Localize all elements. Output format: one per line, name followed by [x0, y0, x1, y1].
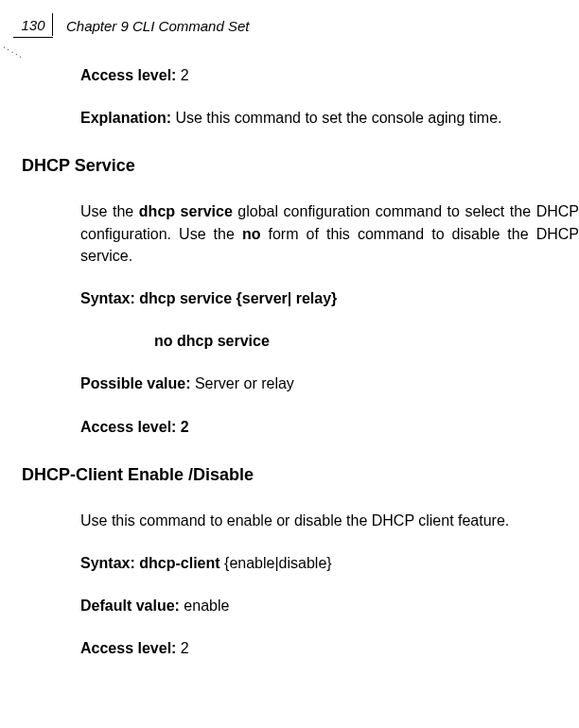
- explanation-line: Explanation: Use this command to set the…: [80, 107, 579, 129]
- syntax-label: Syntax: dhcp-client: [80, 555, 224, 571]
- default-value-line: Default value: enable: [80, 595, 579, 616]
- page-number: 130: [21, 17, 44, 33]
- syntax-line: Syntax: dhcp-client {enable|disable}: [80, 552, 579, 574]
- default-value-text: enable: [180, 598, 230, 614]
- syntax-value: no dhcp service: [154, 333, 270, 349]
- section-heading-dhcp-service: DHCP Service: [22, 153, 579, 178]
- explanation-text: Use this command to set the console agin…: [171, 110, 502, 126]
- syntax-line-2: no dhcp service: [80, 330, 579, 352]
- page: 130 . . . . . Chapter 9 CLI Command Set …: [0, 0, 579, 728]
- access-level-line: Access level: 2: [80, 637, 579, 659]
- chapter-title: Chapter 9 CLI Command Set: [66, 18, 249, 34]
- syntax-label: Syntax:: [80, 290, 135, 306]
- page-number-sidebar: [52, 13, 53, 36]
- text-bold: dhcp service: [139, 203, 233, 219]
- text: Use this command to enable or disable th…: [80, 512, 509, 529]
- dhcp-service-intro: Use the dhcp service global configuratio…: [80, 200, 579, 267]
- dotted-decoration: . . . . .: [2, 41, 25, 60]
- possible-value-text: Server or relay: [191, 375, 294, 391]
- page-header: 130 . . . . . Chapter 9 CLI Command Set: [0, 13, 579, 53]
- text: Use the: [80, 203, 139, 219]
- explanation-label: Explanation:: [80, 110, 171, 126]
- access-level-line: Access level: 2: [80, 416, 579, 438]
- access-level-label: Access level: 2: [80, 419, 189, 435]
- access-level-value: 2: [176, 640, 188, 656]
- page-number-box: 130: [13, 13, 53, 38]
- body-content: Access level: 2 Explanation: Use this co…: [80, 64, 579, 681]
- access-level-label: Access level:: [80, 640, 176, 656]
- access-level-value: 2: [176, 67, 188, 83]
- default-value-label: Default value:: [80, 598, 180, 614]
- page-number-underline: [13, 37, 53, 38]
- access-level-line: Access level: 2: [80, 64, 579, 86]
- section-heading-dhcp-client: DHCP-Client Enable /Disable: [22, 462, 579, 487]
- access-level-label: Access level:: [80, 67, 176, 83]
- possible-value-line: Possible value: Server or relay: [80, 373, 579, 394]
- syntax-line-1: Syntax: dhcp service {server| relay}: [80, 287, 579, 309]
- syntax-value: {enable|disable}: [224, 555, 332, 571]
- text-bold: no: [242, 226, 261, 242]
- possible-value-label: Possible value:: [80, 375, 191, 391]
- syntax-value: dhcp service {server| relay}: [135, 290, 338, 306]
- dhcp-client-intro: Use this command to enable or disable th…: [80, 510, 579, 531]
